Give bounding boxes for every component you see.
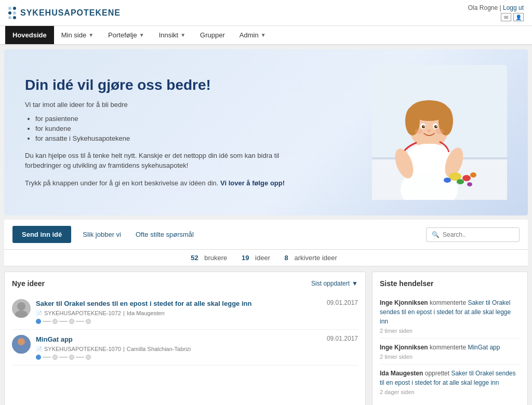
- nav-label-portfolio: Portefølje: [108, 31, 137, 39]
- header: SYKEHUSAPOTEKENE Ola Rogne | Logg ut ✉ 👤: [0, 0, 532, 26]
- svg-point-28: [15, 310, 28, 318]
- event-text-2: Inge Kjonniksen kommenterte MinGat app: [380, 343, 520, 352]
- nav-label-innsikt: Innsikt: [159, 31, 179, 39]
- svg-point-24: [444, 178, 451, 183]
- idea-author-1: Ida Maugesten: [127, 310, 165, 316]
- event-time-2: 2 timer siden: [380, 354, 520, 360]
- nav-arrow-admin: ▼: [261, 32, 266, 38]
- svg-point-23: [457, 179, 464, 184]
- actions-bar: Send inn idé Slik jobber vi Ofte stilte …: [4, 220, 528, 250]
- event-item-1: Inge Kjonniksen kommenterte Saker til Or…: [380, 294, 520, 339]
- sort-dropdown[interactable]: Sist oppdatert ▼: [311, 280, 358, 287]
- idea-id-2: SYKEHUSAPOTEKENE-1070: [44, 346, 121, 352]
- svg-point-11: [422, 125, 425, 128]
- nav-item-admin[interactable]: Admin ▼: [232, 26, 273, 44]
- idea-item-2: MinGat app 📄 SYKEHUSAPOTEKENE-1070 | Cam…: [12, 330, 358, 366]
- search-box: 🔍: [426, 227, 520, 242]
- hero-list-item-1: for pasientene: [35, 115, 311, 123]
- nav-item-grupper[interactable]: Grupper: [193, 26, 232, 44]
- progress-dot: [36, 355, 41, 360]
- event-time-3: 2 dager siden: [380, 389, 520, 395]
- hero-image: [372, 65, 507, 200]
- send-idea-button[interactable]: Send inn idé: [12, 226, 71, 243]
- progress-dot: [52, 319, 58, 324]
- idea-title-2[interactable]: MinGat app: [36, 335, 322, 344]
- nav-item-minside[interactable]: Min side ▼: [54, 26, 101, 44]
- idea-doc-icon-1: 📄: [36, 310, 42, 316]
- search-input[interactable]: [443, 231, 514, 238]
- nav-arrow-minside: ▼: [88, 32, 94, 38]
- search-icon: 🔍: [432, 231, 440, 238]
- email-icon[interactable]: ✉: [501, 13, 511, 21]
- profile-icon[interactable]: 👤: [513, 13, 524, 21]
- nav-label-minside: Min side: [61, 31, 86, 39]
- nav: Hovedside Min side ▼ Portefølje ▼ Innsik…: [0, 26, 532, 45]
- nav-item-home[interactable]: Hovedside: [5, 26, 54, 44]
- hero-list-item-2: for kundene: [35, 125, 311, 132]
- svg-rect-32: [16, 346, 27, 354]
- sort-arrow-icon: ▼: [352, 280, 358, 287]
- idea-doc-icon-2: 📄: [36, 346, 42, 352]
- svg-point-17: [435, 129, 444, 134]
- nav-item-innsikt[interactable]: Innsikt ▼: [152, 26, 193, 44]
- nav-arrow-innsikt: ▼: [180, 32, 185, 38]
- new-ideas-header: Nye ideer Sist oppdatert ▼: [12, 279, 358, 288]
- logout-link[interactable]: Logg ut: [503, 4, 524, 11]
- event-text-1: Inge Kjonniksen kommenterte Saker til Or…: [380, 298, 520, 326]
- hero-subtitle: Vi tar imot alle ideer for å bli bedre: [25, 101, 311, 109]
- nav-item-portfolio[interactable]: Portefølje ▼: [101, 26, 152, 44]
- logo-dot: [13, 7, 16, 10]
- progress-line: [76, 357, 84, 358]
- stats-ideas: 19 ideer: [242, 254, 276, 262]
- nav-label-home: Hovedside: [12, 31, 47, 39]
- progress-dot: [86, 319, 91, 324]
- user-name: Ola Rogne: [468, 4, 498, 11]
- idea-date-1: 09.01.2017: [327, 299, 358, 306]
- svg-point-15: [427, 129, 431, 132]
- nav-arrow-portfolio: ▼: [139, 32, 144, 38]
- hero-illustration: [372, 65, 507, 200]
- svg-point-12: [434, 125, 437, 128]
- svg-point-13: [423, 126, 424, 127]
- event-link-2[interactable]: MinGat app: [468, 344, 500, 351]
- progress-dot: [69, 319, 74, 324]
- hero-cta-bold: Vi lover å følge opp!: [220, 179, 285, 187]
- stats-bar: 52 brukere 19 ideer 8 arkiverte ideer: [4, 250, 528, 266]
- idea-content-2: MinGat app 📄 SYKEHUSAPOTEKENE-1070 | Cam…: [36, 335, 322, 360]
- how-we-work-link[interactable]: Slik jobber vi: [79, 226, 124, 243]
- new-ideas-panel: Nye ideer Sist oppdatert ▼ Saker til Ora…: [4, 272, 366, 405]
- event-item-3: Ida Maugesten opprettet Saker til Orakel…: [380, 365, 520, 399]
- idea-avatar-1: [12, 299, 31, 318]
- event-time-1: 2 timer siden: [380, 328, 520, 334]
- progress-line: [59, 357, 68, 358]
- logo-text: SYKEHUSAPOTEKENE: [20, 8, 121, 18]
- new-ideas-title: Nye ideer: [12, 279, 45, 288]
- logo-dot: [8, 7, 11, 10]
- event-user-1: Inge Kjonniksen: [380, 299, 428, 306]
- hero-title: Din idé vil gjøre oss bedre!: [25, 77, 311, 93]
- progress-dot: [86, 355, 91, 360]
- event-text-3: Ida Maugesten opprettet Saker til Orakel…: [380, 369, 520, 387]
- hero-cta: Trykk på knappen under for å gi en kort …: [25, 178, 311, 188]
- svg-point-27: [17, 302, 25, 310]
- idea-title-1[interactable]: Saker til Orakel sendes til en epost i s…: [36, 299, 322, 308]
- content-area: Nye ideer Sist oppdatert ▼ Saker til Ora…: [4, 272, 528, 405]
- faq-link[interactable]: Ofte stilte spørsmål: [132, 226, 197, 243]
- progress-line: [43, 357, 51, 358]
- svg-point-25: [470, 172, 476, 178]
- logo-dots: [8, 7, 16, 19]
- progress-line: [76, 321, 84, 322]
- idea-content-1: Saker til Orakel sendes til en epost i s…: [36, 299, 322, 324]
- idea-meta-1: 📄 SYKEHUSAPOTEKENE-1072 | Ida Maugesten: [36, 310, 322, 316]
- event-user-2: Inge Kjonniksen: [380, 344, 428, 351]
- logo-dot: [13, 11, 16, 15]
- hero-list-item-3: for ansatte i Sykehusapotekene: [35, 134, 311, 142]
- hero-cta-text: Trykk på knappen under for å gi en kort …: [25, 179, 218, 187]
- hero-list: for pasientene for kundene for ansatte i…: [25, 115, 311, 142]
- idea-progress-1: [36, 319, 322, 324]
- idea-author-2: Camilla Shalchian-Tabrizi: [127, 346, 191, 352]
- stats-archived: 8 arkiverte ideer: [285, 254, 341, 262]
- hero-para: Du kan hjelpe oss til å tenke helt nytt.…: [25, 151, 311, 171]
- nav-label-grupper: Grupper: [200, 31, 225, 39]
- progress-dot: [52, 355, 58, 360]
